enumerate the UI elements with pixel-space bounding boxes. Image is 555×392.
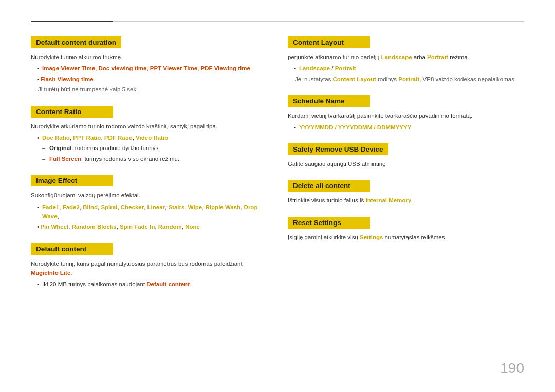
highlight: MagicInfo Lite (31, 270, 70, 276)
body-content-layout: perjunkite atkuriamo turinio padėtį į La… (288, 52, 524, 84)
highlight: Spin Fade In (120, 223, 155, 230)
body-reset-settings: Įsigiję gaminį atkurkite visų Settings n… (288, 233, 524, 242)
highlight: Fade1 (42, 204, 59, 210)
page-container: Default content duration Nurodykite turi… (0, 0, 555, 392)
highlight: Doc Ratio (42, 135, 70, 141)
highlight: Settings (360, 234, 383, 240)
highlight: Random (158, 223, 182, 230)
highlight: Landscape (299, 65, 330, 71)
bullet-list: Landscape / Portrait (288, 64, 524, 73)
highlight: Wipe (188, 204, 202, 210)
highlight: PPT Ratio (73, 135, 101, 141)
section-default-content-duration: Default content duration Nurodykite turi… (31, 36, 267, 95)
sub-dash-item: Full Screen: turinys rodomas viso ekrano… (42, 154, 267, 163)
body-text: perjunkite atkuriamo turinio padėtį į La… (288, 52, 524, 62)
highlight: Ripple Wash (206, 204, 241, 210)
top-rules (31, 21, 524, 22)
body-text: Ištrinkite visus turinio failus iš Inter… (288, 196, 524, 205)
section-reset-settings: Reset Settings Įsigiję gaminį atkurkite … (288, 217, 524, 242)
body-text: Sukonfigūruojami vaizdų perėjimo efektai… (31, 191, 267, 200)
bullet-list: Image Viewer Time, Doc viewing time, PPT… (31, 64, 267, 84)
body-schedule-name: Kurdami vietinį tvarkaraštį pasirinkite … (288, 111, 524, 132)
section-image-effect: Image Effect Sukonfigūruojami vaizdų per… (31, 175, 267, 232)
highlight: Spiral (101, 204, 117, 210)
list-item: Iki 20 MB turinys palaikomas naudojant D… (37, 279, 267, 289)
bold: Original (49, 145, 71, 151)
highlight: Linear (147, 204, 165, 210)
highlight: Content Layout (333, 76, 376, 82)
highlight: Default content (146, 281, 190, 287)
highlight: Portrait (335, 65, 356, 71)
page-number: 190 (500, 360, 524, 377)
highlight: None (185, 223, 200, 230)
rule-light (113, 21, 524, 22)
heading-safely-remove-usb: Safely Remove USB Device (288, 143, 388, 155)
highlight: PDF Ratio (104, 135, 133, 141)
body-default-content: Nurodykite turinį, kuris pagal numatytuo… (31, 259, 267, 289)
section-schedule-name: Schedule Name Kurdami vietinį tvarkarašt… (288, 95, 524, 132)
heading-delete-all-content: Delete all content (288, 180, 370, 192)
highlight: PDF Viewing time (201, 65, 250, 71)
heading-default-content: Default content (31, 243, 113, 255)
list-item: Image Viewer Time, Doc viewing time, PPT… (37, 64, 267, 73)
body-text: Nurodykite turinio atkūrimo trukmę. (31, 52, 267, 62)
sub-dash-list: Original: rodomas pradinio dydžio turiny… (31, 143, 267, 163)
list-item: Fade1, Fade2, Blind, Spiral, Checker, Li… (37, 202, 267, 221)
section-default-content: Default content Nurodykite turinį, kuris… (31, 243, 267, 289)
heading-schedule-name: Schedule Name (288, 95, 370, 107)
body-text: Kurdami vietinį tvarkaraštį pasirinkite … (288, 111, 524, 120)
highlight: Checker (121, 204, 144, 210)
heading-reset-settings: Reset Settings (288, 217, 370, 229)
left-column: Default content duration Nurodykite turi… (31, 36, 267, 301)
heading-default-content-duration: Default content duration (31, 36, 121, 48)
highlight: Doc viewing time (99, 65, 147, 71)
heading-image-effect: Image Effect (31, 175, 113, 186)
highlight: Blind (83, 204, 98, 210)
highlight: Pin Wheel (40, 223, 68, 230)
highlight: Flash Viewing time (40, 76, 93, 82)
highlight: PPT Viewer Time (150, 65, 197, 71)
section-safely-remove-usb: Safely Remove USB Device Galite saugiau … (288, 143, 524, 169)
list-item: Landscape / Portrait (294, 64, 524, 73)
list-item: YYYYMMDD / YYYYDDMM / DDMMYYYY (294, 123, 524, 132)
rule-dark (31, 21, 113, 22)
body-default-content-duration: Nurodykite turinio atkūrimo trukmę. Imag… (31, 52, 267, 95)
list-item: Pin Wheel, Random Blocks, Spin Fade In, … (37, 222, 267, 231)
bullet-list: Fade1, Fade2, Blind, Spiral, Checker, Li… (31, 202, 267, 232)
section-delete-all-content: Delete all content Ištrinkite visus turi… (288, 180, 524, 205)
highlight: Fade2 (63, 204, 80, 210)
body-image-effect: Sukonfigūruojami vaizdų perėjimo efektai… (31, 191, 267, 232)
body-content-ratio: Nurodykite atkuriamo turinio rodomo vaiz… (31, 122, 267, 164)
heading-content-layout: Content Layout (288, 36, 370, 48)
highlight: Full Screen (49, 156, 81, 162)
bullet-list: Iki 20 MB turinys palaikomas naudojant D… (31, 279, 267, 289)
list-item: Flash Viewing time (37, 74, 267, 84)
body-text: Nurodykite turinį, kuris pagal numatytuo… (31, 259, 267, 278)
highlight: Internal Memory (365, 197, 411, 203)
section-content-layout: Content Layout perjunkite atkuriamo turi… (288, 36, 524, 84)
highlight: Random Blocks (72, 223, 117, 230)
highlight: Landscape (381, 54, 412, 60)
content-columns: Default content duration Nurodykite turi… (31, 36, 524, 301)
section-content-ratio: Content Ratio Nurodykite atkuriamo turin… (31, 106, 267, 164)
highlight: YYYYMMDD / YYYYDDMM / DDMMYYYY (299, 124, 411, 130)
highlight: Portrait (398, 76, 419, 82)
body-text: Nurodykite atkuriamo turinio rodomo vaiz… (31, 122, 267, 131)
sub-dash-item: Original: rodomas pradinio dydžio turiny… (42, 143, 267, 153)
em-dash-item: Ji turėtų būti ne trumpesnė kaip 5 sek. (31, 85, 267, 94)
list-item: Doc Ratio, PPT Ratio, PDF Ratio, Video R… (37, 133, 267, 142)
body-delete-all-content: Ištrinkite visus turinio failus iš Inter… (288, 196, 524, 205)
body-safely-remove-usb: Galite saugiau atjungti USB atmintinę (288, 159, 524, 169)
highlight: Stairs (168, 204, 184, 210)
highlight: Portrait (427, 54, 448, 60)
bullet-list: YYYYMMDD / YYYYDDMM / DDMMYYYY (288, 123, 524, 132)
right-column: Content Layout perjunkite atkuriamo turi… (288, 36, 524, 301)
body-text: Galite saugiau atjungti USB atmintinę (288, 159, 524, 169)
highlight: Image Viewer Time (42, 65, 95, 71)
bullet-list: Doc Ratio, PPT Ratio, PDF Ratio, Video R… (31, 133, 267, 142)
heading-content-ratio: Content Ratio (31, 106, 113, 118)
body-text: Įsigiję gaminį atkurkite visų Settings n… (288, 233, 524, 242)
highlight: Video Ratio (136, 135, 168, 141)
em-dash-item: Jei nustatytas Content Layout rodinys Po… (288, 74, 524, 84)
